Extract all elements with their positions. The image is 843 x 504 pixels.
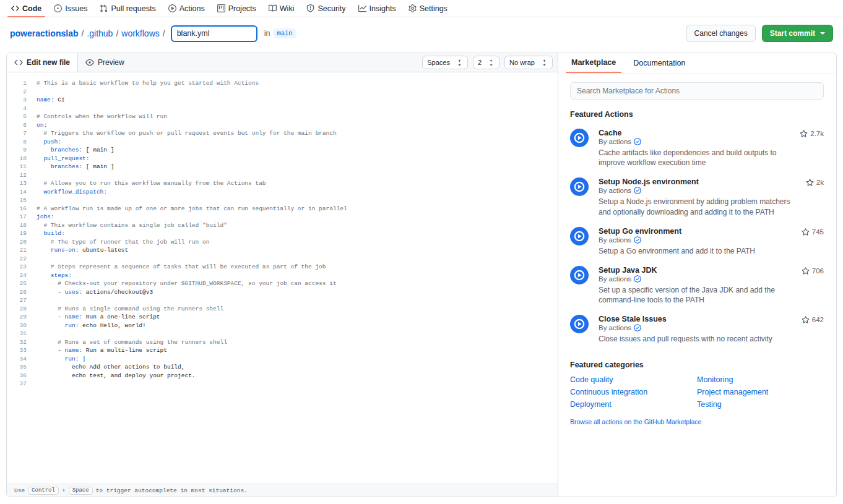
code-line[interactable]: 2 bbox=[7, 88, 558, 96]
nav-item-actions[interactable]: Actions bbox=[162, 0, 211, 17]
code-line[interactable]: 11 branches: [ main ] bbox=[7, 163, 558, 171]
code-line-text: pull_request: bbox=[27, 155, 90, 163]
featured-action-cache[interactable]: CacheBy actionsCache artifacts like depe… bbox=[570, 129, 824, 168]
indent-mode-select[interactable]: Spaces bbox=[422, 56, 468, 69]
tab-preview[interactable]: Preview bbox=[78, 53, 132, 72]
cancel-changes-button[interactable]: Cancel changes bbox=[686, 25, 756, 42]
nav-item-settings[interactable]: Settings bbox=[402, 0, 454, 17]
category-link-continuous-integration[interactable]: Continuous integration bbox=[570, 388, 697, 396]
code-line-text: echo test, and deploy your project. bbox=[27, 372, 196, 380]
category-link-project-management[interactable]: Project management bbox=[697, 388, 824, 396]
code-line[interactable]: 16# A workflow run is made up of one or … bbox=[7, 205, 558, 213]
nav-item-projects[interactable]: Projects bbox=[211, 0, 262, 17]
wrap-mode-select[interactable]: No wrap bbox=[504, 56, 553, 69]
code-line[interactable]: 3name: CI bbox=[7, 96, 558, 105]
code-line[interactable]: 22 bbox=[7, 255, 558, 263]
code-line[interactable]: 35 echo Add other actions to build, bbox=[7, 363, 558, 372]
action-title[interactable]: Setup Go environment bbox=[599, 227, 795, 236]
line-number: 19 bbox=[7, 229, 27, 238]
line-number: 34 bbox=[7, 355, 27, 364]
code-line[interactable]: 20 # The type of runner that the job wil… bbox=[7, 238, 558, 247]
nav-item-issues[interactable]: Issues bbox=[48, 0, 93, 17]
code-line[interactable]: 12 bbox=[7, 171, 558, 180]
code-line[interactable]: 6on: bbox=[7, 121, 558, 130]
indent-size-select[interactable]: 2 bbox=[473, 56, 499, 69]
code-line[interactable]: 17jobs: bbox=[7, 213, 558, 221]
code-line[interactable]: 18 # This workflow contains a single job… bbox=[7, 221, 558, 230]
line-number: 9 bbox=[7, 146, 27, 155]
nav-item-security[interactable]: Security bbox=[300, 0, 352, 17]
tab-marketplace[interactable]: Marketplace bbox=[566, 53, 621, 73]
issue-opened-icon bbox=[54, 4, 62, 12]
featured-action-close-stale-issues[interactable]: Close Stale IssuesBy actionsClose issues… bbox=[570, 315, 824, 344]
code-line[interactable]: 24 steps: bbox=[7, 271, 558, 280]
code-line[interactable]: 23 # Steps represent a sequence of tasks… bbox=[7, 263, 558, 271]
code-line[interactable]: 8 push: bbox=[7, 138, 558, 147]
browse-all-actions-link[interactable]: Browse all actions on the GitHub Marketp… bbox=[570, 418, 701, 425]
action-description: Close issues and pull requests with no r… bbox=[599, 334, 795, 344]
action-star-count: 2.7k bbox=[800, 129, 824, 168]
code-line[interactable]: 14 workflow_dispatch: bbox=[7, 188, 558, 197]
action-title[interactable]: Setup Node.js environment bbox=[599, 177, 800, 186]
action-play-icon bbox=[570, 266, 589, 284]
code-line-text: branches: [ main ] bbox=[27, 146, 114, 155]
action-title[interactable]: Setup Java JDK bbox=[599, 266, 795, 275]
code-line[interactable]: 26 - uses: actions/checkout@v3 bbox=[7, 288, 558, 297]
category-link-monitoring[interactable]: Monitoring bbox=[697, 375, 824, 384]
code-line[interactable]: 27 bbox=[7, 296, 558, 305]
category-link-code-quality[interactable]: Code quality bbox=[570, 375, 697, 384]
nav-item-wiki[interactable]: Wiki bbox=[262, 0, 301, 17]
code-line[interactable]: 5# Controls when the workflow will run bbox=[7, 113, 558, 121]
code-line[interactable]: 10 pull_request: bbox=[7, 155, 558, 163]
code-line[interactable]: 36 echo test, and deploy your project. bbox=[7, 372, 558, 380]
code-line[interactable]: 25 # Checks-out your repository under $G… bbox=[7, 280, 558, 288]
code-line[interactable]: 28 # Runs a single command using the run… bbox=[7, 305, 558, 314]
code-line[interactable]: 33 - name: Run a multi-line script bbox=[7, 346, 558, 355]
tab-edit-new-file[interactable]: Edit new file bbox=[7, 53, 78, 72]
marketplace-search-input[interactable] bbox=[570, 82, 824, 100]
code-line-text bbox=[27, 88, 37, 96]
action-play-icon bbox=[570, 177, 589, 196]
nav-item-insights[interactable]: Insights bbox=[352, 0, 402, 17]
code-editor[interactable]: 1# This is a basic workflow to help you … bbox=[7, 72, 558, 484]
line-number: 2 bbox=[7, 88, 27, 96]
breadcrumb-separator: / bbox=[163, 28, 165, 38]
action-title[interactable]: Close Stale Issues bbox=[599, 315, 795, 323]
action-title[interactable]: Cache bbox=[599, 129, 793, 137]
breadcrumb-github-link[interactable]: .github bbox=[87, 28, 113, 38]
line-number: 16 bbox=[7, 205, 27, 213]
nav-item-pull-requests[interactable]: Pull requests bbox=[93, 0, 162, 17]
code-line-text: jobs: bbox=[27, 213, 54, 221]
filename-input[interactable] bbox=[171, 25, 257, 42]
code-line[interactable]: 32 # Runs a set of commands using the ru… bbox=[7, 338, 558, 347]
start-commit-button[interactable]: Start commit bbox=[762, 25, 833, 42]
code-line-text bbox=[27, 196, 37, 205]
code-line[interactable]: 1# This is a basic workflow to help you … bbox=[7, 79, 558, 88]
branch-badge[interactable]: main bbox=[273, 28, 296, 38]
code-line[interactable]: 19 build: bbox=[7, 229, 558, 238]
code-line[interactable]: 29 - name: Run a one-line script bbox=[7, 313, 558, 322]
featured-action-setup-java-jdk[interactable]: Setup Java JDKBy actionsSet up a specifi… bbox=[570, 266, 824, 305]
category-link-testing[interactable]: Testing bbox=[697, 400, 824, 409]
tab-preview-label: Preview bbox=[98, 58, 124, 67]
code-line[interactable]: 9 branches: [ main ] bbox=[7, 146, 558, 155]
code-line-text: # A workflow run is made up of one or mo… bbox=[27, 205, 347, 213]
featured-action-setup-node-js-environment[interactable]: Setup Node.js environmentBy actionsSetup… bbox=[570, 177, 824, 216]
code-line[interactable]: 30 run: echo Hello, world! bbox=[7, 322, 558, 330]
action-author: By actions bbox=[599, 187, 800, 194]
category-link-deployment[interactable]: Deployment bbox=[570, 400, 697, 409]
tab-documentation[interactable]: Documentation bbox=[628, 53, 691, 73]
featured-action-setup-go-environment[interactable]: Setup Go environmentBy actionsSetup a Go… bbox=[570, 227, 824, 256]
code-line[interactable]: 37 bbox=[7, 380, 558, 388]
code-line[interactable]: 15 bbox=[7, 196, 558, 205]
code-line[interactable]: 7 # Triggers the workflow on push or pul… bbox=[7, 129, 558, 138]
code-line[interactable]: 31 bbox=[7, 330, 558, 338]
code-line[interactable]: 13 # Allows you to run this workflow man… bbox=[7, 179, 558, 188]
breadcrumb-repo-link[interactable]: poweractionslab bbox=[10, 28, 78, 38]
code-line[interactable]: 4 bbox=[7, 105, 558, 113]
code-line[interactable]: 21 runs-on: ubuntu-latest bbox=[7, 246, 558, 255]
nav-item-code[interactable]: Code bbox=[5, 0, 48, 17]
code-line[interactable]: 34 run: | bbox=[7, 355, 558, 364]
breadcrumb-workflows-link[interactable]: workflows bbox=[121, 28, 159, 38]
sidebar-tabs: Marketplace Documentation bbox=[558, 53, 836, 74]
